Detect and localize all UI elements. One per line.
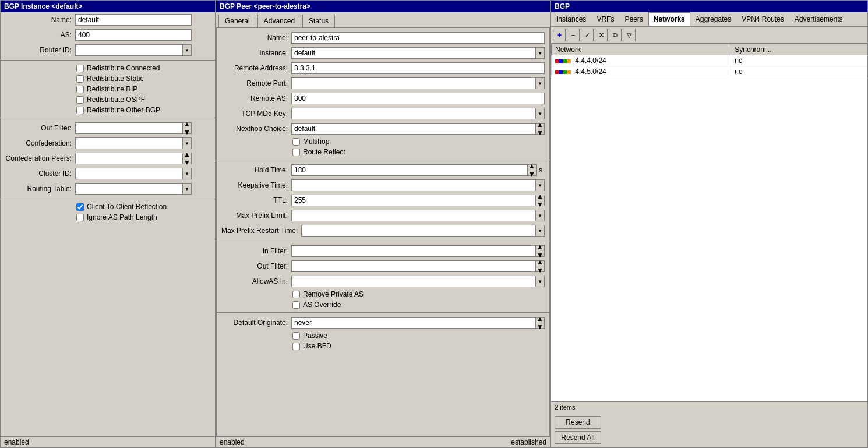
nav-tab-instances[interactable]: Instances: [551, 12, 591, 26]
hold-time-label: Hold Time:: [221, 166, 291, 174]
hold-time-arrow[interactable]: ▲▼: [527, 164, 537, 176]
keepalive-input[interactable]: [291, 179, 535, 191]
multihop-checkbox[interactable]: [292, 138, 300, 146]
redistribute-connected-checkbox[interactable]: [76, 65, 84, 72]
default-originate-arrow[interactable]: ▲▼: [535, 317, 545, 329]
instance-arrow[interactable]: ▼: [535, 47, 545, 59]
keepalive-arrow[interactable]: ▼: [535, 179, 545, 191]
confederation-peers-row: Confederation Peers: ▲▼: [1, 151, 215, 166]
max-prefix-input[interactable]: [291, 210, 535, 221]
confederation-peers-label: Confederation Peers:: [5, 154, 75, 163]
nav-tab-peers[interactable]: Peers: [619, 12, 648, 26]
nav-tab-vpn4-routes[interactable]: VPN4 Routes: [736, 12, 789, 26]
router-id-row: Router ID: ▼: [1, 43, 215, 58]
default-originate-label: Default Originate:: [221, 319, 291, 327]
cluster-id-row: Cluster ID: ▼: [1, 166, 215, 181]
net-sq-green-2: [563, 70, 567, 74]
multihop-label: Multihop: [303, 137, 329, 146]
tcp-md5-input[interactable]: [291, 108, 535, 119]
mid-out-filter-arrow[interactable]: ▲▼: [535, 260, 545, 272]
add-button[interactable]: +: [553, 29, 566, 41]
cluster-id-input[interactable]: [75, 168, 182, 179]
router-id-arrow[interactable]: ▼: [182, 44, 192, 56]
tcp-md5-label: TCP MD5 Key:: [221, 110, 291, 118]
redistribute-connected-label: Redistribute Connected: [87, 64, 160, 72]
allow-as-input[interactable]: [291, 276, 535, 287]
tab-general[interactable]: General: [218, 15, 256, 27]
mid-out-filter-input[interactable]: [291, 260, 535, 272]
client-reflection-checkbox[interactable]: [76, 203, 84, 211]
redistribute-rip-label: Redistribute RIP: [87, 85, 137, 93]
remote-as-input[interactable]: [291, 93, 545, 104]
out-filter-input[interactable]: [75, 122, 182, 134]
redistribute-rip-row: Redistribute RIP: [1, 84, 215, 94]
cancel-button[interactable]: ✕: [595, 29, 608, 41]
tcp-md5-arrow[interactable]: ▼: [535, 108, 545, 119]
instance-input[interactable]: [291, 47, 535, 59]
tab-status[interactable]: Status: [302, 15, 335, 27]
ttl-input[interactable]: [291, 195, 535, 206]
routing-table-input[interactable]: [75, 183, 182, 195]
redistribute-ospf-checkbox[interactable]: [76, 96, 84, 104]
remove-button[interactable]: −: [567, 29, 580, 41]
redistribute-other-bgp-label: Redistribute Other BGP: [87, 106, 160, 114]
default-originate-input[interactable]: [291, 317, 535, 329]
filter-button[interactable]: ▽: [623, 29, 636, 41]
nexthop-arrow[interactable]: ▲▼: [535, 123, 545, 135]
remote-port-input[interactable]: [291, 77, 535, 89]
use-bfd-checkbox[interactable]: [292, 343, 300, 350]
in-filter-arrow[interactable]: ▲▼: [535, 245, 545, 257]
passive-checkbox[interactable]: [292, 332, 300, 340]
redistribute-static-label: Redistribute Static: [87, 75, 143, 83]
table-row[interactable]: 4.4.5.0/24 no: [552, 66, 867, 77]
default-originate-row: Default Originate: ▲▼: [217, 315, 549, 330]
name-input[interactable]: [75, 14, 192, 26]
ignore-as-path-checkbox[interactable]: [76, 214, 84, 221]
redistribute-static-checkbox[interactable]: [76, 75, 84, 83]
nav-tab-networks[interactable]: Networks: [648, 12, 690, 26]
router-id-input[interactable]: [75, 44, 182, 56]
tab-advanced[interactable]: Advanced: [257, 15, 301, 27]
ttl-arrow[interactable]: ▲▼: [535, 195, 545, 206]
redistribute-rip-checkbox[interactable]: [76, 86, 84, 93]
confederation-input[interactable]: [75, 137, 182, 149]
router-id-label: Router ID:: [5, 46, 75, 54]
as-override-row: AS Override: [217, 299, 549, 310]
max-prefix-restart-arrow[interactable]: ▼: [535, 225, 545, 237]
out-filter-arrow[interactable]: ▲▼: [182, 122, 192, 134]
max-prefix-restart-input[interactable]: [301, 225, 535, 237]
routing-table-label: Routing Table:: [5, 185, 75, 193]
nav-tab-aggregates[interactable]: Aggregates: [690, 12, 736, 26]
as-override-checkbox[interactable]: [292, 301, 300, 309]
nav-tab-vrfs[interactable]: VRFs: [591, 12, 619, 26]
hold-time-input[interactable]: [291, 164, 527, 176]
resend-all-button[interactable]: Resend All: [555, 431, 601, 444]
confederation-arrow[interactable]: ▼: [182, 137, 192, 149]
allow-as-arrow[interactable]: ▼: [535, 276, 545, 287]
confederation-peers-input[interactable]: [75, 153, 182, 164]
max-prefix-arrow[interactable]: ▼: [535, 210, 545, 221]
mid-tab-content: Name: Instance: ▼ Remote Address: Remote…: [216, 27, 550, 436]
in-filter-input[interactable]: [291, 245, 535, 257]
in-filter-label: In Filter:: [221, 247, 291, 255]
nexthop-input[interactable]: [291, 123, 535, 135]
confederation-peers-arrow[interactable]: ▲▼: [182, 153, 192, 164]
peer-name-input[interactable]: [291, 32, 545, 44]
apply-button[interactable]: ✓: [581, 29, 594, 41]
routing-table-arrow[interactable]: ▼: [182, 183, 192, 195]
mid-scroll: Name: Instance: ▼ Remote Address: Remote…: [217, 30, 549, 351]
table-row[interactable]: 4.4.4.0/24 no: [552, 55, 867, 66]
use-bfd-row: Use BFD: [217, 341, 549, 351]
remote-address-input[interactable]: [291, 62, 545, 74]
resend-button[interactable]: Resend: [555, 416, 601, 429]
remote-port-arrow[interactable]: ▼: [535, 77, 545, 89]
copy-button[interactable]: ⧉: [609, 29, 622, 41]
cluster-id-arrow[interactable]: ▼: [182, 168, 192, 179]
redistribute-other-bgp-checkbox[interactable]: [76, 107, 84, 114]
as-input[interactable]: [75, 29, 192, 41]
route-reflect-checkbox[interactable]: [292, 149, 300, 156]
use-bfd-label: Use BFD: [303, 342, 331, 350]
nav-tab-advertisements[interactable]: Advertisements: [789, 12, 848, 26]
mid-status-bar: enabled established: [216, 436, 550, 447]
remove-private-checkbox[interactable]: [292, 291, 300, 298]
